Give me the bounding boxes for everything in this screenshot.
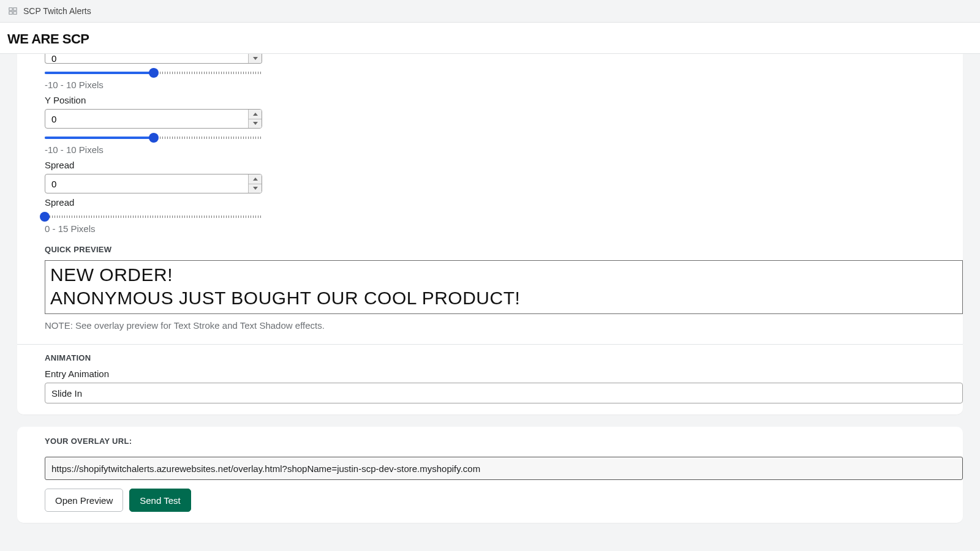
spread-label-2: Spread	[45, 197, 963, 208]
x-position-stepper[interactable]	[45, 54, 262, 64]
spread-slider-thumb[interactable]	[40, 212, 50, 222]
spread-slider[interactable]	[45, 214, 262, 220]
x-position-slider-thumb[interactable]	[149, 68, 159, 78]
entry-animation-label: Entry Animation	[45, 369, 963, 379]
overlay-url-input[interactable]	[45, 457, 963, 480]
preview-line-1: NEW ORDER!	[50, 264, 957, 285]
quick-preview-box: NEW ORDER! ANONYMOUS JUST BOUGHT OUR COO…	[45, 260, 963, 314]
spread-input[interactable]	[45, 174, 248, 193]
titlebar: SCP Twitch Alerts	[0, 0, 980, 23]
svg-rect-0	[9, 8, 12, 10]
quick-preview-title: QUICK PREVIEW	[45, 245, 963, 254]
app-title: SCP Twitch Alerts	[23, 6, 91, 16]
preview-note: NOTE: See overlay preview for Text Strok…	[45, 320, 963, 331]
svg-rect-3	[13, 12, 17, 14]
entry-animation-value: Slide In	[51, 388, 82, 399]
spread-increment[interactable]	[249, 174, 262, 184]
y-position-increment[interactable]	[249, 110, 262, 119]
x-position-slider[interactable]	[45, 70, 262, 76]
settings-panel: -10 - 10 Pixels Y Position -10 - 10 Pixe…	[17, 54, 963, 414]
y-position-stepper[interactable]	[45, 109, 262, 129]
y-position-input[interactable]	[45, 110, 248, 128]
x-position-input[interactable]	[45, 54, 248, 63]
y-position-slider[interactable]	[45, 135, 262, 141]
brand-logo: WE ARE SCP	[7, 31, 973, 47]
brand-bar: WE ARE SCP	[0, 23, 980, 54]
svg-rect-1	[13, 8, 17, 10]
entry-animation-select[interactable]: Slide In	[45, 383, 963, 403]
app-icon	[9, 7, 17, 15]
y-position-field: Y Position -10 - 10 Pixels	[17, 95, 963, 155]
y-position-label: Y Position	[45, 95, 963, 105]
x-position-decrement[interactable]	[249, 54, 262, 63]
divider	[17, 344, 963, 345]
overlay-url-panel: YOUR OVERLAY URL: Open Preview Send Test	[17, 427, 963, 523]
send-test-button[interactable]: Send Test	[129, 489, 190, 512]
open-preview-button[interactable]: Open Preview	[45, 489, 123, 512]
spread-stepper[interactable]	[45, 174, 262, 193]
spread-range: 0 - 15 Pixels	[45, 223, 963, 234]
svg-rect-2	[9, 12, 12, 14]
spread-decrement[interactable]	[249, 184, 262, 193]
x-position-range: -10 - 10 Pixels	[45, 80, 963, 90]
preview-line-2: ANONYMOUS JUST BOUGHT OUR COOL PRODUCT!	[50, 288, 957, 309]
spread-label: Spread	[45, 160, 963, 170]
y-position-range: -10 - 10 Pixels	[45, 144, 963, 155]
y-position-slider-thumb[interactable]	[149, 133, 159, 143]
overlay-url-title: YOUR OVERLAY URL:	[45, 437, 963, 446]
spread-field: Spread Spread 0 - 15 Pixels	[17, 160, 963, 234]
x-position-field: -10 - 10 Pixels	[17, 54, 963, 90]
animation-title: ANIMATION	[45, 353, 963, 362]
y-position-decrement[interactable]	[249, 119, 262, 129]
